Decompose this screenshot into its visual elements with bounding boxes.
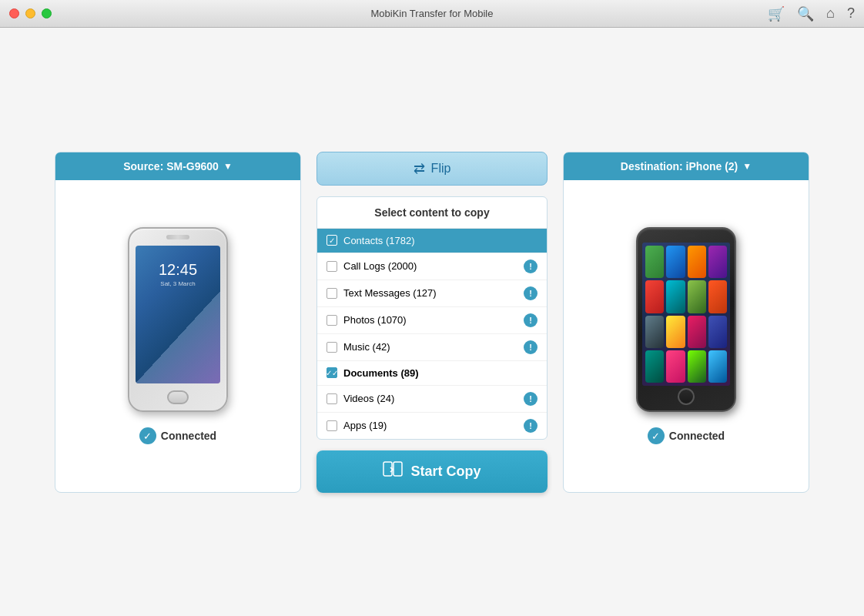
warning-icon-photos: ! — [524, 313, 537, 327]
iphone-speaker — [677, 234, 695, 237]
list-item[interactable]: Call Logs (2000) ! — [317, 253, 547, 280]
app-icon — [688, 280, 706, 313]
source-dropdown-arrow[interactable]: ▼ — [223, 161, 233, 172]
item-label-apps: Apps (19) — [343, 420, 519, 431]
cart-icon[interactable]: 🛒 — [768, 5, 785, 22]
titlebar-action-icons: 🛒 🔍 ⌂ ? — [768, 5, 855, 22]
item-label-photos: Photos (1070) — [343, 314, 519, 326]
destination-connected-text: Connected — [669, 430, 725, 442]
item-checkbox-documents[interactable]: ✓ — [327, 367, 337, 378]
iphone-screen — [642, 243, 730, 386]
source-label: Source: SM-G9600 — [123, 160, 219, 172]
item-label-videos: Videos (24) — [343, 393, 519, 404]
content-selector: Select content to copy ✓ Contacts (1782)… — [316, 196, 548, 440]
app-icon — [645, 280, 664, 313]
panels-container: Source: SM-G9600 ▼ 12:45 Sat, 3 March — [55, 152, 809, 493]
list-item[interactable]: Videos (24) ! — [317, 386, 547, 413]
list-item[interactable]: ✓ Documents (89) — [317, 361, 547, 386]
warning-icon-calllogs: ! — [524, 259, 537, 273]
source-header[interactable]: Source: SM-G9600 ▼ — [55, 152, 300, 180]
list-item[interactable]: Text Messages (127) ! — [317, 280, 547, 307]
destination-connected-badge: ✓ Connected — [648, 427, 725, 444]
app-icon — [688, 246, 706, 278]
svg-rect-1 — [393, 462, 402, 476]
android-notch — [166, 235, 189, 239]
source-connected-check: ✓ — [139, 427, 156, 444]
android-phone: 12:45 Sat, 3 March — [128, 227, 228, 412]
android-screen: 12:45 Sat, 3 March — [136, 246, 220, 383]
item-checkbox-textmessages[interactable] — [327, 288, 337, 299]
app-icon — [708, 316, 727, 348]
destination-panel: Destination: iPhone (2) ▼ — [563, 152, 809, 493]
destination-body: ✓ Connected — [621, 180, 752, 492]
flip-button[interactable]: ⇄ Flip — [316, 152, 548, 186]
copy-icon — [383, 461, 403, 482]
app-icon — [645, 350, 664, 383]
item-checkbox-calllogs[interactable] — [327, 261, 337, 272]
app-icon — [666, 280, 685, 313]
list-item[interactable]: ✓ Contacts (1782) — [317, 229, 547, 253]
destination-header[interactable]: Destination: iPhone (2) ▼ — [564, 152, 809, 180]
content-selector-title: Select content to copy — [317, 197, 547, 229]
app-icon — [708, 350, 727, 383]
content-list: ✓ Contacts (1782) Call Logs (2000) ! Tex… — [317, 229, 547, 439]
app-icon — [708, 246, 727, 278]
close-button[interactable] — [9, 8, 19, 18]
flip-label: Flip — [431, 162, 451, 176]
svg-rect-0 — [383, 462, 392, 476]
item-checkbox-contacts[interactable]: ✓ — [327, 235, 337, 246]
android-phone-outer: 12:45 Sat, 3 March — [128, 227, 228, 412]
source-body: 12:45 Sat, 3 March ✓ Connected — [112, 180, 243, 492]
app-icon — [645, 316, 664, 348]
app-icon — [688, 350, 706, 383]
search-icon[interactable]: 🔍 — [797, 5, 814, 22]
start-copy-button[interactable]: Start Copy — [316, 450, 548, 493]
start-copy-label: Start Copy — [410, 464, 481, 480]
destination-dropdown-arrow[interactable]: ▼ — [742, 161, 752, 172]
item-checkbox-videos[interactable] — [327, 393, 337, 404]
app-icon — [666, 246, 685, 278]
window-controls — [9, 8, 52, 18]
item-label-music: Music (42) — [343, 341, 519, 353]
android-screen-curve — [136, 291, 220, 383]
warning-icon-textmessages: ! — [524, 286, 537, 300]
warning-icon-music: ! — [524, 340, 537, 354]
app-icon — [666, 350, 685, 383]
app-icon — [645, 246, 664, 278]
android-home-button — [167, 390, 189, 404]
minimize-button[interactable] — [25, 8, 35, 18]
iphone-home-button — [678, 388, 695, 405]
app-title: MobiKin Transfer for Mobile — [371, 8, 494, 19]
help-icon[interactable]: ? — [847, 5, 855, 22]
maximize-button[interactable] — [42, 8, 52, 18]
android-screen-time: 12:45 — [136, 261, 220, 279]
item-label-textmessages: Text Messages (127) — [343, 287, 519, 299]
item-label-calllogs: Call Logs (2000) — [343, 260, 519, 272]
iphone-screen-bg — [642, 243, 730, 386]
destination-connected-check: ✓ — [648, 427, 665, 444]
list-item[interactable]: Apps (19) ! — [317, 413, 547, 439]
home-icon[interactable]: ⌂ — [826, 5, 835, 22]
iphone — [636, 227, 736, 412]
flip-icon: ⇄ — [414, 160, 425, 177]
app-icon — [688, 316, 706, 348]
destination-label: Destination: iPhone (2) — [621, 160, 738, 172]
main-content: Source: SM-G9600 ▼ 12:45 Sat, 3 March — [0, 28, 864, 616]
item-label-contacts: Contacts (1782) — [343, 235, 537, 246]
warning-icon-videos: ! — [524, 392, 537, 406]
source-connected-badge: ✓ Connected — [139, 427, 216, 444]
android-screen-date: Sat, 3 March — [136, 280, 220, 287]
list-item[interactable]: Photos (1070) ! — [317, 307, 547, 334]
middle-panel: ⇄ Flip Select content to copy ✓ Contacts… — [316, 152, 548, 493]
item-checkbox-music[interactable] — [327, 342, 337, 353]
app-icon — [708, 280, 727, 313]
item-checkbox-photos[interactable] — [327, 315, 337, 326]
app-icon — [666, 316, 685, 348]
source-panel: Source: SM-G9600 ▼ 12:45 Sat, 3 March — [55, 152, 301, 493]
titlebar: MobiKin Transfer for Mobile 🛒 🔍 ⌂ ? — [0, 0, 864, 28]
item-label-documents: Documents (89) — [343, 367, 537, 379]
warning-icon-apps: ! — [524, 419, 537, 433]
source-connected-text: Connected — [161, 430, 216, 442]
item-checkbox-apps[interactable] — [327, 420, 337, 431]
list-item[interactable]: Music (42) ! — [317, 334, 547, 361]
